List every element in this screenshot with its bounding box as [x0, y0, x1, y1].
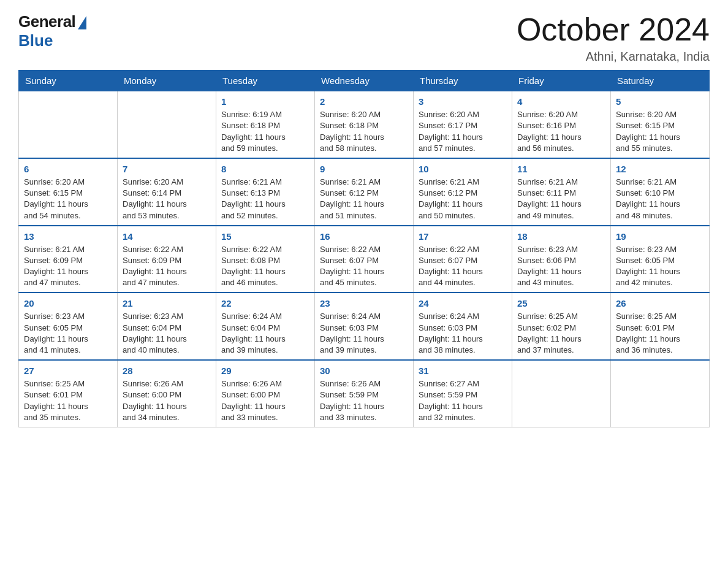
day-info-line: Sunset: 6:13 PM [221, 188, 280, 197]
day-number: 24 [419, 297, 507, 310]
col-header-sunday: Sunday [19, 71, 118, 91]
day-info-line: Sunrise: 6:21 AM [24, 245, 85, 254]
day-info-line: Sunrise: 6:20 AM [419, 110, 479, 119]
day-number: 18 [517, 230, 605, 243]
day-info-line: Daylight: 11 hours [320, 334, 384, 343]
day-info-line: and 39 minutes. [320, 345, 377, 354]
calendar-cell: 27Sunrise: 6:25 AMSunset: 6:01 PMDayligh… [19, 360, 118, 427]
day-info-line: and 55 minutes. [616, 144, 673, 153]
day-number: 7 [123, 163, 211, 175]
day-info-line: Sunrise: 6:26 AM [320, 379, 381, 388]
day-number: 23 [320, 297, 408, 310]
day-info-line: and 38 minutes. [419, 345, 476, 354]
title-area: October 2024 Athni, Karnataka, India [517, 12, 710, 64]
day-number: 28 [123, 364, 211, 377]
day-info-line: Sunset: 6:15 PM [24, 188, 83, 197]
day-info-line: and 42 minutes. [616, 278, 673, 287]
day-info-line: Sunrise: 6:25 AM [24, 379, 85, 388]
day-info-line: Sunrise: 6:21 AM [517, 177, 578, 186]
calendar-cell: 28Sunrise: 6:26 AMSunset: 6:00 PMDayligh… [118, 360, 216, 427]
day-info-line: and 34 minutes. [123, 413, 180, 422]
day-info-line: and 36 minutes. [616, 345, 673, 354]
day-info-line: Daylight: 11 hours [24, 402, 88, 411]
calendar-cell: 31Sunrise: 6:27 AMSunset: 5:59 PMDayligh… [414, 360, 512, 427]
calendar-cell [19, 91, 118, 158]
day-info-line: and 53 minutes. [123, 211, 180, 220]
logo-general-text: General [18, 12, 75, 31]
day-info-line: Sunrise: 6:20 AM [320, 110, 381, 119]
day-number: 5 [616, 95, 704, 108]
day-info-line: Sunset: 6:02 PM [517, 323, 576, 332]
day-info-line: and 49 minutes. [517, 211, 574, 220]
calendar-table: SundayMondayTuesdayWednesdayThursdayFrid… [18, 70, 710, 427]
day-info-line: Sunset: 6:15 PM [616, 121, 675, 130]
day-info-line: Daylight: 11 hours [517, 132, 582, 142]
day-info-line: Sunrise: 6:22 AM [123, 245, 183, 254]
day-info-line: Sunrise: 6:23 AM [123, 312, 183, 321]
calendar-cell: 9Sunrise: 6:21 AMSunset: 6:12 PMDaylight… [315, 158, 414, 226]
calendar-week-row: 1Sunrise: 6:19 AMSunset: 6:18 PMDaylight… [19, 91, 710, 158]
day-info-line: and 33 minutes. [221, 413, 278, 422]
day-info-line: and 52 minutes. [221, 211, 278, 220]
day-info-line: Sunset: 6:12 PM [320, 188, 379, 197]
day-info-line: and 47 minutes. [24, 278, 81, 287]
day-info-line: Sunrise: 6:24 AM [221, 312, 282, 321]
calendar-week-row: 20Sunrise: 6:23 AMSunset: 6:05 PMDayligh… [19, 293, 710, 360]
col-header-thursday: Thursday [414, 71, 512, 91]
calendar-week-row: 27Sunrise: 6:25 AMSunset: 6:01 PMDayligh… [19, 360, 710, 427]
day-info-line: Daylight: 11 hours [616, 267, 680, 276]
day-number: 31 [419, 364, 507, 377]
calendar-cell: 19Sunrise: 6:23 AMSunset: 6:05 PMDayligh… [611, 226, 710, 293]
day-info-line: and 41 minutes. [24, 345, 81, 354]
day-info-line: Sunset: 6:18 PM [221, 121, 280, 130]
calendar-cell: 16Sunrise: 6:22 AMSunset: 6:07 PMDayligh… [315, 226, 414, 293]
day-number: 1 [221, 95, 309, 108]
day-info-line: Sunrise: 6:21 AM [221, 177, 282, 186]
calendar-cell [512, 360, 611, 427]
calendar-cell: 25Sunrise: 6:25 AMSunset: 6:02 PMDayligh… [512, 293, 611, 360]
day-info-line: Sunset: 6:05 PM [24, 323, 83, 332]
day-info-line: Sunset: 6:00 PM [221, 390, 280, 399]
day-info-line: Sunrise: 6:20 AM [517, 110, 578, 119]
day-info-line: Sunset: 5:59 PM [320, 390, 379, 399]
day-number: 20 [24, 297, 112, 310]
day-info-line: Daylight: 11 hours [517, 334, 582, 343]
day-info-line: and 40 minutes. [123, 345, 180, 354]
day-info-line: Sunrise: 6:20 AM [24, 177, 85, 186]
day-number: 30 [320, 364, 408, 377]
calendar-cell: 6Sunrise: 6:20 AMSunset: 6:15 PMDaylight… [19, 158, 118, 226]
day-info-line: and 37 minutes. [517, 345, 574, 354]
day-info-line: Sunset: 6:05 PM [616, 256, 675, 265]
day-info-line: Sunrise: 6:20 AM [616, 110, 677, 119]
day-info-line: Daylight: 11 hours [123, 402, 187, 411]
day-info-line: Daylight: 11 hours [419, 132, 483, 142]
calendar-cell: 12Sunrise: 6:21 AMSunset: 6:10 PMDayligh… [611, 158, 710, 226]
day-info-line: Daylight: 11 hours [221, 334, 286, 343]
day-info-line: Sunrise: 6:26 AM [123, 379, 183, 388]
calendar-cell: 4Sunrise: 6:20 AMSunset: 6:16 PMDaylight… [512, 91, 611, 158]
day-info-line: Sunrise: 6:22 AM [221, 245, 282, 254]
month-title: October 2024 [517, 12, 710, 47]
day-info-line: Daylight: 11 hours [616, 132, 680, 142]
day-info-line: Daylight: 11 hours [221, 267, 286, 276]
day-number: 11 [517, 163, 605, 175]
col-header-monday: Monday [118, 71, 216, 91]
day-info-line: Daylight: 11 hours [24, 267, 88, 276]
day-info-line: Daylight: 11 hours [320, 267, 384, 276]
day-info-line: Sunrise: 6:25 AM [517, 312, 578, 321]
calendar-cell: 24Sunrise: 6:24 AMSunset: 6:03 PMDayligh… [414, 293, 512, 360]
day-info-line: Sunset: 5:59 PM [419, 390, 477, 399]
day-info-line: Sunrise: 6:24 AM [419, 312, 479, 321]
calendar-cell: 8Sunrise: 6:21 AMSunset: 6:13 PMDaylight… [216, 158, 315, 226]
day-info-line: and 48 minutes. [616, 211, 673, 220]
location-subtitle: Athni, Karnataka, India [517, 50, 710, 64]
day-info-line: Sunrise: 6:26 AM [221, 379, 282, 388]
calendar-cell: 3Sunrise: 6:20 AMSunset: 6:17 PMDaylight… [414, 91, 512, 158]
day-number: 19 [616, 230, 704, 243]
day-number: 2 [320, 95, 408, 108]
day-info-line: Sunset: 6:16 PM [517, 121, 576, 130]
day-info-line: Sunrise: 6:21 AM [419, 177, 479, 186]
day-info-line: Sunset: 6:01 PM [616, 323, 675, 332]
day-info-line: Daylight: 11 hours [221, 132, 286, 142]
day-number: 26 [616, 297, 704, 310]
